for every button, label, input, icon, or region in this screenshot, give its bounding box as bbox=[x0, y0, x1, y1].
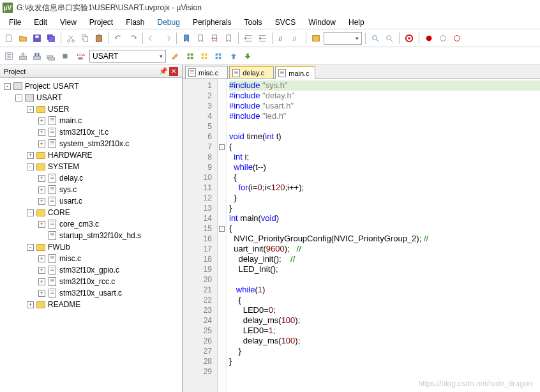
code-line[interactable]: delay_ms(100); bbox=[229, 315, 540, 326]
code-line[interactable]: uart_init(9600); // bbox=[229, 244, 540, 254]
save-button[interactable] bbox=[31, 32, 43, 45]
rebuild-button[interactable] bbox=[31, 50, 43, 63]
expand-icon[interactable]: + bbox=[38, 198, 45, 205]
batch-build-button[interactable] bbox=[45, 50, 57, 63]
target-options-button[interactable] bbox=[169, 50, 181, 63]
fold-marker[interactable] bbox=[218, 80, 226, 91]
code-line[interactable]: void time(int t) bbox=[229, 132, 540, 142]
code-line[interactable]: { bbox=[229, 223, 540, 234]
tree-node[interactable]: -SYSTEM bbox=[0, 161, 182, 172]
expand-icon[interactable]: - bbox=[15, 94, 22, 102]
download-button[interactable]: LOAD bbox=[74, 50, 87, 63]
expand-icon[interactable]: + bbox=[38, 129, 45, 136]
menu-tools[interactable]: Tools bbox=[238, 17, 269, 28]
code-lines[interactable]: #include "sys.h"#include "delay.h"#inclu… bbox=[227, 79, 540, 392]
fold-marker[interactable] bbox=[218, 193, 226, 203]
tree-node[interactable]: +HARDWARE bbox=[0, 149, 182, 161]
cut-button[interactable] bbox=[64, 32, 77, 45]
code-line[interactable]: for(i=0;i<120;i++); bbox=[229, 183, 540, 193]
uncomment-button[interactable]: // bbox=[290, 32, 303, 45]
code-line[interactable]: while(t--) bbox=[229, 162, 540, 172]
code-line[interactable]: int i; bbox=[229, 152, 540, 162]
next-error-button[interactable] bbox=[241, 50, 254, 63]
tree-node[interactable]: +stm32f10x_gpio.c bbox=[0, 264, 182, 276]
expand-icon[interactable]: + bbox=[27, 301, 34, 308]
expand-icon[interactable]: + bbox=[38, 186, 45, 193]
fold-marker[interactable] bbox=[218, 183, 226, 193]
expand-icon[interactable]: - bbox=[27, 106, 34, 113]
fold-marker[interactable] bbox=[218, 366, 226, 377]
code-line[interactable]: LED0=0; bbox=[229, 305, 540, 315]
outdent-button[interactable] bbox=[256, 32, 269, 45]
code-line[interactable]: } bbox=[229, 346, 540, 356]
paste-button[interactable] bbox=[93, 32, 105, 45]
fold-marker[interactable]: - bbox=[218, 223, 226, 234]
tab-delay-c[interactable]: delay.c bbox=[229, 66, 274, 79]
expand-icon[interactable] bbox=[38, 232, 45, 239]
fold-marker[interactable] bbox=[218, 132, 226, 142]
expand-icon[interactable]: - bbox=[27, 244, 34, 251]
tree-node[interactable]: +misc.c bbox=[0, 253, 182, 264]
tree-node[interactable]: -USART bbox=[0, 92, 182, 103]
code-line[interactable]: { bbox=[229, 172, 540, 183]
debug-button[interactable] bbox=[403, 32, 416, 45]
tree-node[interactable]: +usart.c bbox=[0, 195, 182, 207]
new-button[interactable] bbox=[3, 32, 15, 45]
find-combo[interactable]: ▾ bbox=[324, 32, 362, 45]
fold-marker[interactable] bbox=[218, 336, 226, 346]
fold-marker[interactable] bbox=[218, 244, 226, 254]
code-line[interactable]: #include "delay.h" bbox=[229, 91, 540, 101]
tab-misc-c[interactable]: misc.c bbox=[185, 66, 228, 79]
menu-flash[interactable]: Flash bbox=[119, 17, 151, 28]
tree-node[interactable]: +README bbox=[0, 299, 182, 310]
expand-icon[interactable]: - bbox=[27, 209, 34, 216]
breakpoint-disable-button[interactable] bbox=[437, 32, 449, 45]
menu-debug[interactable]: Debug bbox=[151, 17, 186, 28]
fold-marker[interactable] bbox=[218, 326, 226, 336]
fold-marker[interactable]: - bbox=[218, 142, 226, 152]
translate-button[interactable] bbox=[3, 50, 15, 63]
code-line[interactable]: { bbox=[229, 295, 540, 305]
comment-button[interactable]: // bbox=[276, 32, 289, 45]
stop-build-button[interactable] bbox=[59, 50, 71, 63]
expand-icon[interactable]: + bbox=[27, 152, 34, 159]
tree-node[interactable]: +stm32f10x_usart.c bbox=[0, 287, 182, 299]
save-all-button[interactable] bbox=[45, 32, 57, 45]
bookmark-list-button[interactable] bbox=[222, 32, 235, 45]
code-line[interactable] bbox=[229, 121, 540, 132]
code-line[interactable]: } bbox=[229, 193, 540, 203]
code-line[interactable]: int main(void) bbox=[229, 213, 540, 223]
tree-node[interactable]: -CORE bbox=[0, 207, 182, 218]
expand-icon[interactable]: - bbox=[27, 163, 34, 170]
code-line[interactable]: } bbox=[229, 356, 540, 366]
bookmark-prev-button[interactable] bbox=[146, 32, 159, 45]
pin-icon[interactable]: 📌 bbox=[159, 67, 168, 76]
fold-marker[interactable] bbox=[218, 285, 226, 295]
expand-icon[interactable]: + bbox=[38, 140, 45, 147]
open-button[interactable] bbox=[17, 32, 29, 45]
tree-node[interactable]: +main.c bbox=[0, 115, 182, 126]
tab-main-c[interactable]: main.c bbox=[275, 66, 315, 79]
fold-marker[interactable] bbox=[218, 315, 226, 326]
tree-node[interactable]: +delay.c bbox=[0, 172, 182, 184]
fold-marker[interactable] bbox=[218, 111, 226, 121]
find-in-files-button[interactable] bbox=[369, 32, 382, 45]
menu-file[interactable]: File bbox=[3, 17, 27, 28]
manage-rte-button[interactable] bbox=[184, 50, 197, 63]
fold-marker[interactable] bbox=[218, 91, 226, 101]
menu-view[interactable]: View bbox=[54, 17, 83, 28]
code-line[interactable]: #include "led.h" bbox=[229, 111, 540, 121]
tree-node[interactable]: +stm32f10x_it.c bbox=[0, 126, 182, 138]
select-packs-button[interactable] bbox=[198, 50, 211, 63]
fold-marker[interactable] bbox=[218, 172, 226, 183]
bookmark-next-button[interactable] bbox=[160, 32, 173, 45]
expand-icon[interactable]: - bbox=[4, 83, 11, 90]
expand-icon[interactable]: + bbox=[38, 255, 45, 262]
bookmark-button[interactable] bbox=[180, 32, 193, 45]
menu-help[interactable]: Help bbox=[342, 17, 371, 28]
build-button[interactable] bbox=[17, 50, 29, 63]
bookmark-toggle-button[interactable] bbox=[194, 32, 207, 45]
menu-window[interactable]: Window bbox=[302, 17, 342, 28]
breakpoint-insert-button[interactable] bbox=[423, 32, 435, 45]
tree-node[interactable]: -Project: USART bbox=[0, 80, 182, 92]
